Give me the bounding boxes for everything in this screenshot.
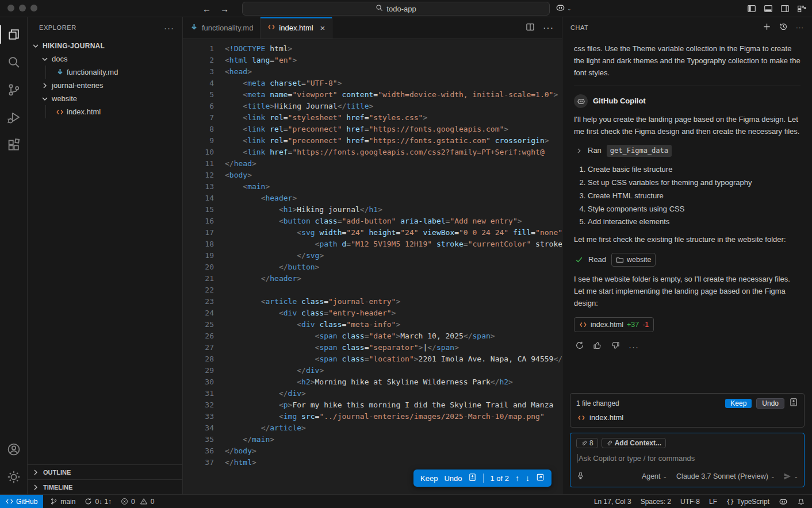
add-context-chip[interactable]: Add Context... [602,438,666,448]
chat-messages: css files. Use the Theme variable collec… [562,37,812,387]
outline-section-header[interactable]: OUTLINE [28,464,182,479]
folder-website[interactable]: website [28,92,182,105]
notifications-bell-icon[interactable] [792,495,812,508]
toggle-panel-icon[interactable] [764,4,773,13]
search-icon [376,4,383,13]
account-icon[interactable] [0,436,28,463]
thumbs-down-icon[interactable] [611,341,620,354]
line-number: 19 [183,250,214,261]
next-change-icon[interactable]: ↓ [526,474,530,483]
extensions-icon[interactable] [0,131,28,159]
undo-all-button[interactable]: Undo [756,398,784,409]
message-more-actions-icon[interactable]: ··· [629,340,639,354]
retry-icon[interactable] [575,341,584,354]
chat-input-box[interactable]: 8 Add Context... Ask Copilot or type / f… [570,433,805,487]
code-line-33: 33 <img src="../journal-enteries/images/… [183,411,562,422]
html-file-icon [577,414,585,422]
send-icon [783,472,792,481]
changed-file-chip[interactable]: index.html +37 -1 [574,317,654,332]
plan-step: Add interactive elements [588,216,800,228]
source-control-icon[interactable] [0,76,28,103]
item-label: journal-enteries [52,81,104,90]
search-view-icon[interactable] [0,48,28,76]
folder-journal-enteries[interactable]: journal-enteries [28,79,182,92]
divider [483,474,484,483]
settings-gear-icon[interactable] [0,463,28,491]
tab-index-html[interactable]: index.html× [261,17,332,39]
view-diff-icon[interactable] [789,398,798,409]
sync-indicator[interactable]: 0↓ 1↑ [80,495,116,508]
changed-file-row[interactable]: index.html [570,411,804,427]
copilot-menu-button[interactable]: ⌄ [556,0,572,17]
line-number: 23 [183,296,214,307]
zoom-window-button[interactable] [30,5,37,11]
chat-input-field[interactable]: Ask Copilot or type / for commands [577,454,798,463]
tool-run-row[interactable]: Ran get_Figma_data [575,145,800,157]
minimize-window-button[interactable] [19,5,26,11]
language-mode[interactable]: {} TypeScript [722,495,774,508]
close-tab-icon[interactable]: × [320,24,325,32]
problems-indicator[interactable]: 0 0 [116,495,159,508]
line-number: 5 [183,89,214,101]
microphone-icon[interactable] [576,471,585,482]
timeline-section-header[interactable]: TIMELINE [28,479,182,494]
code-line-11: 11</head> [183,158,562,170]
folder-docs[interactable]: docs [28,52,182,66]
tab-functionality-md[interactable]: functionality.md [183,17,261,39]
command-center-search[interactable]: todo-app [242,2,550,16]
deletions-count: -1 [642,319,649,330]
explorer-more-actions-icon[interactable]: ··· [164,23,174,33]
mode-selector[interactable]: Agent ⌄ [642,472,667,480]
code-line-12: 12<body> [183,170,562,181]
code-line-32: 32 <p>For my hike this morning I did the… [183,399,562,411]
code-line-2: 2<html lang="en"> [183,55,562,66]
run-debug-icon[interactable] [0,103,28,131]
tab-label: functionality.md [202,24,253,32]
new-chat-icon[interactable] [763,22,771,32]
branch-indicator[interactable]: main [45,495,80,508]
outline-label: OUTLINE [43,469,71,476]
view-changes-icon[interactable] [468,473,477,483]
editor-more-actions-icon[interactable]: ··· [543,23,554,33]
item-label: docs [52,55,67,63]
item-label: index.html [67,107,101,116]
read-target-chip[interactable]: website [611,253,656,267]
customize-layout-icon[interactable] [797,4,806,13]
toggle-primary-sidebar-icon[interactable] [747,4,756,13]
folder-hiking-journal[interactable]: HIKING-JOURNAL [28,39,182,52]
split-editor-icon[interactable] [526,22,535,34]
attachments-chip[interactable]: 8 [576,438,598,448]
previous-change-icon[interactable]: ↑ [515,474,519,483]
cursor-position[interactable]: Ln 17, Col 3 [589,495,636,508]
thumbs-up-icon[interactable] [593,341,602,354]
line-number: 2 [183,55,214,66]
chat-more-actions-icon[interactable]: ··· [796,24,804,31]
eol-setting[interactable]: LF [704,495,722,508]
code-editor[interactable]: 1<!DOCTYPE html>2<html lang="en">3<head>… [183,39,562,494]
diff-undo-button[interactable]: Undo [444,474,462,483]
close-window-button[interactable] [7,5,14,11]
explorer-icon[interactable] [0,21,28,48]
file-functionality-md[interactable]: functionality.md [28,66,182,79]
model-selector[interactable]: Claude 3.7 Sonnet (Preview) ⌄ [676,472,775,480]
forward-icon[interactable]: → [220,4,229,14]
diff-keep-button[interactable]: Keep [420,474,438,483]
keep-all-button[interactable]: Keep [725,399,752,408]
check-note: Let me first check the existing file str… [574,234,800,246]
back-icon[interactable]: ← [202,4,211,14]
indentation-setting[interactable]: Spaces: 2 [636,495,676,508]
code-line-23: 23 <article class="journal-entry"> [183,296,562,307]
file-index-html[interactable]: index.html [28,105,182,118]
code-line-14: 14 <header> [183,193,562,204]
open-changes-icon[interactable] [536,473,545,483]
braces-icon: {} [726,498,734,505]
toggle-secondary-sidebar-icon[interactable] [780,4,790,13]
copilot-status-icon[interactable] [774,495,792,508]
remote-indicator[interactable]: GitHub [0,495,43,508]
encoding-setting[interactable]: UTF-8 [676,495,704,508]
markdown-icon [55,68,64,77]
code-line-6: 6 <title>Hiking Journal</title> [183,101,562,112]
chat-history-icon[interactable] [779,22,788,32]
code-line-17: 17 <svg width="24" height="24" viewBox="… [183,227,562,238]
send-button[interactable]: ⌄ [783,472,798,481]
